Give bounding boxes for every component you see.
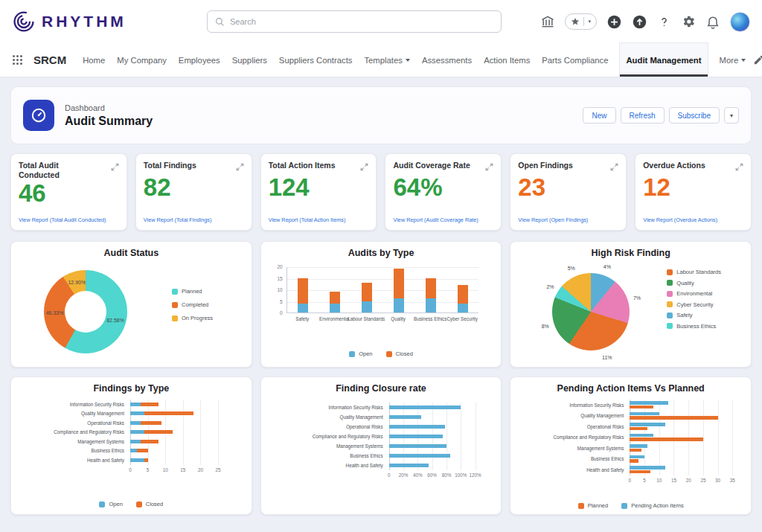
notifications-icon[interactable] (705, 14, 720, 29)
apps-grid-icon[interactable] (12, 54, 23, 65)
view-report-link[interactable]: View Report (Overdue Actions) (643, 217, 743, 223)
user-avatar[interactable] (730, 12, 750, 32)
nav-item-label: Templates (364, 56, 403, 65)
expand-icon[interactable] (360, 161, 368, 174)
expand-icon[interactable] (610, 161, 618, 174)
view-report-link[interactable]: View Report (Audit Coverage Rate) (393, 217, 493, 223)
slice-label: 11% (602, 354, 612, 359)
chart-title: Audit Status (17, 248, 246, 260)
expand-icon[interactable] (111, 161, 119, 174)
edit-icon[interactable] (753, 43, 762, 77)
chart-legend: PlannedPending Action Items (516, 502, 745, 509)
legend-swatch (578, 503, 584, 509)
findings-by-type-chart: 0510152025Information Security RisksQual… (17, 398, 246, 516)
axis-category-label: Quality Management (516, 411, 625, 422)
nav-item-assessments[interactable]: Assessments (422, 43, 472, 77)
nav-item-suppliers[interactable]: Suppliers (232, 43, 267, 77)
gridline (287, 267, 478, 268)
actions-dropdown-button[interactable]: ▾ (724, 107, 739, 124)
favorites-menu[interactable]: ▾ (565, 13, 597, 30)
legend-label: On Progress (182, 315, 213, 321)
upload-icon[interactable] (632, 14, 647, 30)
nav-item-home[interactable]: Home (83, 43, 105, 77)
view-report-link[interactable]: View Report (Open Findings) (518, 217, 618, 223)
help-icon[interactable] (657, 15, 671, 29)
kpi-label: Total Action Items (269, 161, 336, 170)
gridline (446, 403, 447, 470)
dashboard-icon (23, 100, 54, 131)
legend-swatch (172, 289, 178, 295)
axis-category-label: Business Ethics (17, 446, 126, 456)
bar-segment (298, 278, 308, 304)
nav-item-suppliers-contracts[interactable]: Suppliers Contracts (279, 43, 353, 77)
legend-item: Planned (578, 502, 609, 509)
legend-item: Safety (667, 312, 721, 318)
expand-icon[interactable] (735, 161, 743, 174)
view-report-link[interactable]: View Report (Total Findings) (144, 217, 244, 223)
settings-icon[interactable] (681, 14, 696, 29)
bar-segment (426, 278, 436, 299)
nav-item-templates[interactable]: Templates (364, 43, 410, 77)
app-name: SRCM (33, 54, 66, 66)
brand-logo: RHYTHM (12, 10, 207, 33)
chart-card-high-risk-finding: High Risk Finding 4%7%11%8%2%5%Labour St… (510, 241, 752, 368)
kpi-label: Open Findings (518, 161, 573, 170)
nav-item-parts-compliance[interactable]: Parts Compliance (542, 43, 608, 77)
plot-area (286, 267, 478, 313)
bar-segment (394, 269, 404, 298)
audit-status-chart: 82.58%46.33%12.90%PlannedCompletedOn Pro… (17, 263, 246, 367)
legend-swatch (172, 315, 178, 321)
kpi-card-total-audit-conducted: Total Audit Conducted46View Report (Tota… (10, 153, 127, 231)
gridline (703, 400, 704, 475)
legend-item: Quality (667, 280, 721, 286)
bar-segment (130, 411, 144, 415)
axis-category-label: Information Security Risks (516, 400, 625, 411)
legend-item: Cyber Security (667, 301, 721, 308)
axis-category-label: Operational Risks (17, 418, 126, 428)
legend-label: Completed (182, 301, 208, 308)
refresh-button[interactable]: Refresh (621, 107, 665, 124)
expand-icon[interactable] (236, 161, 244, 174)
slice-label: 12.90% (68, 280, 86, 285)
kpi-row: Total Audit Conducted46View Report (Tota… (10, 153, 752, 231)
kpi-card-total-findings: Total Findings82View Report (Total Findi… (135, 153, 252, 231)
new-button[interactable]: New (583, 107, 615, 124)
nav-item-employees[interactable]: Employees (179, 43, 220, 77)
nav-item-label: Parts Compliance (542, 56, 608, 65)
nav-item-more[interactable]: More (720, 43, 746, 77)
organization-icon[interactable] (540, 14, 555, 29)
axis-tick-label: 10 (267, 287, 283, 292)
kpi-value: 46 (19, 181, 119, 207)
bar (630, 416, 717, 420)
gridline (287, 302, 478, 303)
chevron-down-icon (741, 59, 746, 62)
view-report-link[interactable]: View Report (Total Action Items) (269, 217, 369, 223)
subscribe-button[interactable]: Subscribe (669, 107, 720, 124)
bar (630, 434, 653, 438)
bar-segment (426, 298, 436, 313)
nav-item-audit-management[interactable]: Audit Management (620, 43, 707, 77)
legend-item: Closed (136, 501, 163, 507)
legend-swatch (667, 323, 673, 329)
axis-tick-label: 120% (465, 472, 486, 478)
search-input[interactable] (230, 17, 493, 26)
nav-item-my-company[interactable]: My Company (117, 43, 167, 77)
legend-swatch (99, 501, 105, 507)
add-icon[interactable] (606, 14, 622, 30)
audits-by-type-chart: 05101520SafetyEnvironmentalLabour Standa… (267, 263, 496, 367)
bar-segment (141, 421, 161, 425)
chart-card-finding-closure-rate: Finding Closure rate 020%40%60%80%100%12… (260, 376, 502, 515)
axis-tick-label: 0 (267, 310, 283, 315)
bar (630, 438, 703, 441)
expand-icon[interactable] (485, 161, 493, 174)
main-content: Dashboard Audit Summary NewRefreshSubscr… (0, 77, 762, 515)
gridline (732, 400, 733, 475)
view-report-link[interactable]: View Report (Total Audit Conducted) (19, 217, 119, 223)
star-icon (571, 17, 580, 26)
gridline (183, 400, 184, 465)
nav-item-action-items[interactable]: Action Items (484, 43, 530, 77)
bar-segment (130, 403, 141, 406)
gridline (461, 403, 461, 470)
axis-category-label: Management Systems (17, 437, 126, 446)
search-bar[interactable] (207, 10, 502, 33)
